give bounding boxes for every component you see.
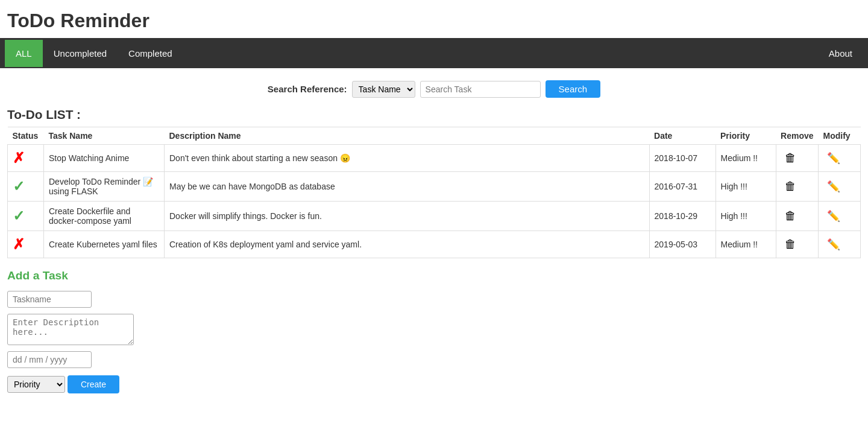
remove-button[interactable]: 🗑 (781, 237, 800, 252)
search-reference-select[interactable]: Task Name Description Date Priority (352, 81, 415, 98)
cell-status: ✗ (8, 145, 44, 172)
status-icon: ✗ (13, 150, 25, 166)
col-header-description: Description Name (165, 127, 650, 145)
cell-description: Don't even think about starting a new se… (165, 145, 650, 172)
cell-modify: ✏️ (819, 145, 861, 172)
col-header-taskname: Task Name (44, 127, 165, 145)
cell-remove: 🗑 (776, 231, 818, 258)
cell-modify: ✏️ (819, 231, 861, 258)
table-row: ✓Create Dockerfile and docker-compose ya… (8, 202, 861, 231)
cell-priority: Medium !! (715, 231, 776, 258)
cell-description: Docker will simplify things. Docker is f… (165, 202, 650, 231)
cell-date: 2018-10-29 (649, 202, 715, 231)
nav-completed[interactable]: Completed (118, 40, 183, 67)
cell-task-name: Develop ToDo Reminder 📝 using FLASK (44, 172, 165, 202)
cell-task-name: Create Kubernetes yaml files (44, 231, 165, 258)
modify-button[interactable]: ✏️ (823, 151, 844, 166)
add-task-title: Add a Task (7, 269, 861, 282)
cell-remove: 🗑 (776, 202, 818, 231)
cell-priority: High !!! (715, 172, 776, 202)
remove-button[interactable]: 🗑 (781, 150, 800, 166)
search-button[interactable]: Search (546, 80, 601, 98)
modify-button[interactable]: ✏️ (823, 209, 844, 224)
nav-about[interactable]: About (818, 40, 863, 67)
date-input[interactable] (7, 351, 92, 368)
modify-button[interactable]: ✏️ (823, 179, 844, 194)
cell-date: 2018-10-07 (649, 145, 715, 172)
table-row: ✗Stop Watching AnimeDon't even think abo… (8, 145, 861, 172)
cell-modify: ✏️ (819, 172, 861, 202)
col-header-date: Date (649, 127, 715, 145)
cell-remove: 🗑 (776, 145, 818, 172)
col-header-priority: Priority (715, 127, 776, 145)
search-input[interactable] (420, 81, 541, 98)
cell-modify: ✏️ (819, 202, 861, 231)
nav-uncompleted[interactable]: Uncompleted (43, 40, 118, 67)
table-header-row: Status Task Name Description Name Date P… (8, 127, 861, 145)
cell-task-name: Create Dockerfile and docker-compose yam… (44, 202, 165, 231)
search-bar: Search Reference: Task Name Description … (0, 68, 868, 107)
table-row: ✓Develop ToDo Reminder 📝 using FLASKMay … (8, 172, 861, 202)
nav-all[interactable]: ALL (5, 40, 43, 67)
status-icon: ✓ (13, 178, 25, 194)
col-header-status: Status (8, 127, 44, 145)
cell-remove: 🗑 (776, 172, 818, 202)
modify-button[interactable]: ✏️ (823, 237, 844, 252)
status-icon: ✓ (13, 208, 25, 224)
cell-status: ✗ (8, 231, 44, 258)
cell-date: 2016-07-31 (649, 172, 715, 202)
create-button[interactable]: Create (68, 375, 119, 393)
remove-button[interactable]: 🗑 (781, 208, 800, 224)
cell-task-name: Stop Watching Anime (44, 145, 165, 172)
status-icon: ✗ (13, 236, 25, 252)
cell-date: 2019-05-03 (649, 231, 715, 258)
add-task-section: Add a Task Priority Low Medium !! High !… (0, 258, 868, 401)
cell-description: May be we can have MongoDB as database (165, 172, 650, 202)
table-row: ✗Create Kubernetes yaml filesCreation of… (8, 231, 861, 258)
cell-description: Creation of K8s deployment yaml and serv… (165, 231, 650, 258)
app-title: ToDo Reminder (0, 0, 868, 38)
cell-priority: High !!! (715, 202, 776, 231)
todo-table-body: ✗Stop Watching AnimeDon't even think abo… (8, 145, 861, 258)
cell-priority: Medium !! (715, 145, 776, 172)
taskname-input[interactable] (7, 291, 92, 308)
todo-section: To-Do LIST : Status Task Name Descriptio… (0, 107, 868, 258)
cell-status: ✓ (8, 202, 44, 231)
cell-status: ✓ (8, 172, 44, 202)
col-header-modify: Modify (819, 127, 861, 145)
priority-select[interactable]: Priority Low Medium !! High !!! (7, 376, 65, 393)
todo-list-title: To-Do LIST : (7, 107, 861, 122)
description-input[interactable] (7, 314, 134, 345)
col-header-remove: Remove (776, 127, 818, 145)
todo-table: Status Task Name Description Name Date P… (7, 127, 861, 258)
search-reference-label: Search Reference: (268, 84, 347, 94)
navbar: ALL Uncompleted Completed About (0, 38, 868, 68)
remove-button[interactable]: 🗑 (781, 179, 800, 194)
